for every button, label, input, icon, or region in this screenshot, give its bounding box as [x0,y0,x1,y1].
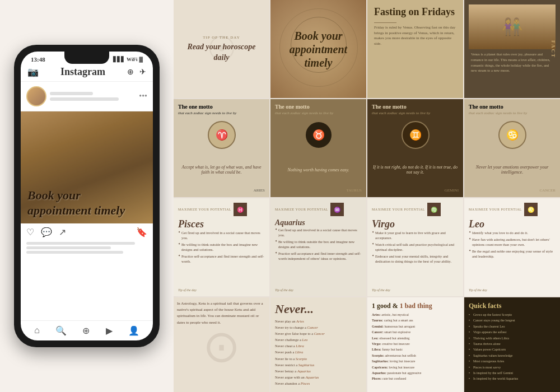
quick-facts-list: Grows up the fastest Scorpio Cancer stay… [469,312,556,382]
virgo-name: Virgo [372,218,459,230]
quick-item-12: Is inspired by the world Aquarius [469,376,556,381]
leo-name: Leo [469,218,556,230]
appointment-text: Book your appointment timely [270,24,366,75]
never-item-2: Never try to change a Cancer [275,325,362,330]
aquarius-name: Aquarius [275,218,362,227]
search-nav-icon[interactable]: 🔍 [55,325,67,336]
aquarius-bullet-1: Get fired up and involved in a social ca… [275,227,362,237]
add-nav-icon[interactable]: ⊕ [82,325,90,336]
cancer-label: CANCER [469,188,556,193]
never-item-5: Never cheat a Libra [275,343,362,348]
fact-card: 👫 Venus is a planet that rules over joy,… [464,0,560,98]
never-item-6: Never push a Libra [275,349,362,354]
virgo-header: Maximize Your Potential ♍ [372,203,459,216]
good-bad-taurus: Taurus: caring but a smart ass [372,318,459,323]
motto-subtitle-4: that each zodiac sign needs to live by [469,111,556,115]
pisces-icon: ♓ [234,203,247,216]
status-time: 13:48 [31,56,45,63]
good-bad-gemini: Gemini: humorous but arrogant [372,324,459,329]
never-item-3: Never give false hope to a Cancer [275,331,362,336]
virgo-card: Maximize Your Potential ♍ Virgo Make it … [367,198,463,296]
motto-card-aries: The one motto that each zodiac sign need… [174,99,269,197]
quick-item-7: Values power Capricorn [469,347,556,352]
camera-icon[interactable]: 📷 [27,67,39,77]
aquarius-tip: Tip of the day [275,288,362,292]
motto-title-3: The one motto [372,104,459,110]
virgo-bullet-3: Embrace and tout your mental skills, int… [372,254,459,264]
add-icon[interactable]: ⊕ [127,67,134,77]
post-image: Book your appointment timely [21,111,153,223]
bottom-nav[interactable]: ⌂ 🔍 ⊕ ▶ 👤 [21,320,153,340]
good-bad-aquarius: Aquarius: passionate but aggressive [372,371,459,375]
aquarius-bullet-2: Be willing to think outside the box and … [275,239,362,249]
quick-item-1: Grows up the fastest Scorpio [469,312,556,317]
post-caption-area [21,241,153,256]
motto-subtitle-3: that each zodiac sign needs to live by [372,111,459,115]
quick-facts-card: Quick facts Grows up the fastest Scorpio… [464,297,560,392]
taurus-circle: ♉ [305,121,333,149]
header-icons: ⊕ ✈ [127,67,146,77]
signal-icon: ▋▋▋ [113,57,125,62]
comment-icon[interactable]: 💬 [41,227,52,237]
motto-quote-3: If it is not right, do not do it. If it … [372,151,459,188]
aries-label: ARIES [178,188,265,193]
story-lines [50,92,136,101]
reels-nav-icon[interactable]: ▶ [106,325,113,336]
motto-card-gemini: The one motto that each zodiac sign need… [367,99,463,197]
quick-item-11: Is inspired by the self Gemini [469,371,556,375]
astrology-text: In Astrology, Ketu is a spiritual tail t… [177,301,266,326]
motto-quote-2: Nothing worth having comes easy. [275,151,362,188]
fasting-card: Fasting on Fridays Friday is ruled by Ve… [367,0,463,98]
leo-bullet-2: Have fun with adoring audiences, but don… [469,237,556,247]
leo-bullets: Identify what you love to do and do it. … [469,230,556,288]
like-icon[interactable]: ♡ [26,227,34,237]
aquarius-header: Maximize Your Potential ♒ [275,203,362,216]
never-item-10: Never argue with an Aquarius [275,375,362,380]
good-bad-sagittarius: Sagittarius: loving but insecure [372,359,459,363]
couple-image: 👫 [469,4,556,49]
pisces-maximize: Maximize Your Potential [178,208,231,211]
tip-card: ☉ TIP OF THE DAY Read your horoscope dai… [174,0,269,98]
motto-title-1: The one motto [178,104,265,110]
leo-maximize: Maximize Your Potential [469,208,522,211]
pisces-bullets: Get fired up and involved in a social ca… [178,230,265,288]
taurus-label: TAURUS [275,188,362,193]
caption-line-2 [26,246,111,249]
never-item-9: Never betray a Aquarius [275,368,362,374]
share-icon[interactable]: ↗ [59,227,66,237]
phone-frame: 13:48 ▋▋▋ WiFi ▓ 📷 Instagram ⊕ ✈ [14,45,160,347]
instagram-header: 📷 Instagram ⊕ ✈ [21,64,153,82]
pisces-name: Pisces [178,218,265,230]
more-options-icon[interactable]: ••• [139,92,147,101]
avatar[interactable] [26,86,46,106]
good-bad-leo: Leo: obsessed but attending [372,336,459,340]
pisces-tip: Tip of the day [178,288,265,292]
bookmark-icon[interactable]: 🔖 [136,227,147,237]
motto-subtitle-2: that each zodiac sign needs to live by [275,111,362,115]
virgo-maximize: Maximize Your Potential [372,208,425,211]
quick-item-2: Cancer stays young the longest [469,318,556,323]
pisces-bullet-2: Be willing to think outside the box and … [178,242,265,252]
phone-screen: 13:48 ▋▋▋ WiFi ▓ 📷 Instagram ⊕ ✈ [21,52,153,340]
quick-facts-title: Quick facts [469,302,556,310]
profile-nav-icon[interactable]: 👤 [128,325,139,336]
motto-quote-1: Accept what is, let go of what was, and … [178,151,265,188]
send-icon[interactable]: ✈ [139,67,146,77]
pisces-card: Maximize Your Potential ♓ Pisces Get fir… [174,198,269,296]
aquarius-maximize: Maximize Your Potential [275,208,328,211]
good-bad-capricorn: Capricorn: loving but insecure [372,365,459,370]
home-nav-icon[interactable]: ⌂ [34,325,40,336]
never-item-1: Never play an Aries [275,319,362,324]
quick-item-3: Speaks the clearest Leo [469,324,556,329]
never-item-8: Never restrict a Sagittarius [275,362,362,367]
good-bad-aries: Aries: artistic, but mystical [372,312,459,317]
virgo-tip: Tip of the day [372,288,459,292]
astrology-card: ⊙ In Astrology, Ketu is a spiritual tail… [174,297,269,392]
aquarius-icon: ♒ [330,203,344,216]
leo-bullet-1: Identify what you love to do and do it. [469,230,556,235]
fact-body: Venus is a planet that rules over joy, p… [469,49,556,94]
caption-lines [26,242,147,254]
story-area: ••• [21,82,153,111]
quick-item-9: Most courageous Aries [469,359,556,363]
leo-icon: ♌ [524,203,538,216]
